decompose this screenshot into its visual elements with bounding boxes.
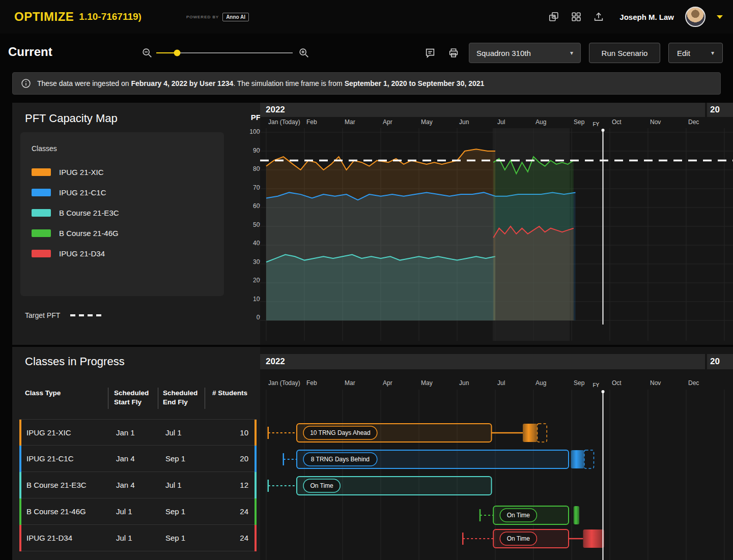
target-pft-row: Target PFT	[25, 311, 102, 319]
table-row-ipug-21-c1c[interactable]: IPUG 21-C1C Jan 4 Sep 1 20	[19, 446, 257, 472]
gantt-end-block-b-course-21-46g[interactable]	[574, 506, 579, 524]
banner-ingested-date: February 4, 2022 by User 1234	[131, 79, 233, 87]
run-scenario-button[interactable]: Run Scenario	[589, 43, 660, 63]
zoom-slider[interactable]	[156, 43, 293, 63]
zoom-out-icon[interactable]	[142, 47, 153, 58]
y-axis-tick: 50%	[225, 222, 265, 228]
month-label: Oct	[612, 379, 622, 387]
column-header-students: # Students	[212, 389, 258, 398]
legend-item-ipug-21-c1c[interactable]: IPUG 21-C1C	[32, 187, 106, 198]
row-color-bar	[255, 446, 257, 472]
legend-swatch	[32, 168, 51, 176]
students-cell: 20	[240, 446, 248, 472]
table-row-b-course-21-46g[interactable]: B Course 21-46G Jul 1 Sep 1 24	[19, 498, 257, 525]
y-axis-tick: 70%	[225, 185, 265, 191]
row-color-bar	[255, 472, 257, 498]
column-header-end-fly: Scheduled End Fly	[163, 389, 204, 407]
month-label: Dec	[688, 379, 699, 387]
row-color-bar	[19, 472, 21, 498]
legend-swatch	[32, 229, 51, 237]
upload-icon[interactable]	[593, 11, 604, 22]
y-axis-tick: 90%	[225, 148, 265, 154]
students-cell: 24	[240, 498, 248, 525]
legend-title: Classes	[32, 144, 57, 153]
header-divider	[108, 388, 108, 409]
row-color-bar	[255, 498, 257, 525]
table-row-b-course-21-e3c[interactable]: B Course 21-E3C Jan 4 Jul 1 12	[19, 472, 257, 498]
comment-icon[interactable]	[425, 47, 436, 58]
status-pill-label: On Time	[507, 512, 530, 519]
row-color-bar	[255, 420, 257, 446]
user-menu-chevron-icon[interactable]	[717, 15, 723, 19]
status-pill-label: On Time	[310, 482, 333, 489]
end-fly-cell: Sep 1	[165, 446, 185, 472]
class-type-cell: B Course 21-E3C	[26, 472, 87, 498]
app-version: 1.10-7167119)	[79, 11, 142, 22]
squadron-select[interactable]: Squadron 310th ▾	[469, 43, 581, 63]
month-label: Feb	[306, 119, 317, 126]
y-axis-tick: 100%	[225, 129, 265, 135]
students-cell: 24	[240, 525, 248, 551]
header-divider	[205, 388, 205, 409]
zoom-in-icon[interactable]	[298, 47, 309, 58]
month-label: Mar	[345, 379, 355, 387]
class-type-cell: B Course 21-46G	[26, 498, 86, 525]
user-name: Joseph M. Law	[619, 13, 674, 21]
month-label: May	[421, 119, 433, 126]
legend-swatch	[32, 189, 51, 196]
gantt-end-block-ipug-21-c1c[interactable]	[571, 450, 584, 468]
column-header-class-type: Class Type	[25, 389, 101, 398]
class-type-cell: IPUG 21-D34	[26, 525, 72, 551]
edit-chevron-down-icon: ▾	[711, 50, 714, 56]
table-row-ipug-21-xic[interactable]: IPUG 21-XIC Jan 1 Jul 1 10	[19, 419, 257, 446]
legend-item-ipug-21-d34[interactable]: IPUG 21-D34	[32, 248, 105, 259]
legend-item-b-course-21-e3c[interactable]: B Course 21-E3C	[32, 207, 119, 218]
month-label: Aug	[535, 379, 546, 387]
gantt-end-block-ipug-21-xic[interactable]	[523, 424, 538, 442]
pft-line-chart[interactable]: Jan (Today)FebMarAprMayJunJulAugSepOctNo…	[260, 117, 733, 345]
year-band-divider	[705, 354, 707, 369]
header-divider	[158, 388, 158, 409]
app-header: OPTIMIZE 1.10-7167119) POWERED BY Anno A…	[0, 0, 733, 34]
row-color-bar	[19, 525, 21, 551]
month-label: Nov	[650, 379, 661, 387]
month-label: Aug	[535, 119, 546, 126]
legend-label: IPUG 21-D34	[59, 249, 105, 258]
squadron-select-value: Squadron 310th	[476, 49, 531, 57]
timeline-year-band: 2022 20	[260, 354, 733, 369]
month-label: Jun	[459, 119, 469, 126]
table-row-ipug-21-d34[interactable]: IPUG 21-D34 Jul 1 Sep 1 24	[19, 525, 257, 551]
gantt-shift-outline	[584, 450, 594, 468]
info-icon	[21, 78, 31, 89]
series-area	[266, 255, 495, 321]
powered-by: POWERED BY Anno AI	[186, 13, 249, 21]
gantt-end-block-ipug-21-d34[interactable]	[583, 529, 604, 548]
legend-label: IPUG 21-C1C	[59, 188, 106, 197]
classes-gantt-chart[interactable]: Jan (Today)FebMarAprMayJunJulAugSepOctNo…	[260, 369, 733, 560]
banner-text-prefix: These data were ingested on	[37, 79, 131, 87]
target-pft-dash-sample	[70, 314, 102, 316]
month-label: Jan (Today)	[268, 119, 300, 126]
edit-button[interactable]: Edit ▾	[668, 43, 723, 63]
month-label: Sep	[574, 379, 585, 387]
fy-line-dot	[602, 129, 605, 132]
banner-timeframe: September 1, 2020 to September 30, 2021	[345, 79, 485, 87]
legend-swatch	[32, 250, 51, 257]
legend-label: B Course 21-46G	[59, 229, 119, 238]
month-label: Apr	[383, 379, 392, 387]
print-icon[interactable]	[448, 47, 459, 58]
column-header-start-fly: Scheduled Start Fly	[114, 389, 156, 407]
zoom-slider-knob[interactable]	[174, 50, 181, 56]
fy-line-dot	[602, 390, 605, 393]
month-label: Apr	[383, 119, 392, 126]
legend-label: IPUG 21-XIC	[59, 168, 104, 176]
legend-item-b-course-21-46g[interactable]: B Course 21-46G	[32, 227, 119, 239]
row-color-bar	[19, 420, 21, 446]
avatar[interactable]	[685, 7, 706, 27]
classes-in-progress-section: Classes in Progress Class Type Scheduled…	[0, 347, 733, 560]
grid-apps-icon[interactable]	[571, 11, 582, 22]
pft-line-chart-area: 2022 20 Jan (Today)FebMarAprMayJunJulAug…	[260, 103, 733, 345]
open-windows-icon[interactable]	[548, 11, 559, 22]
legend-item-ipug-21-xic[interactable]: IPUG 21-XIC	[32, 166, 104, 178]
start-fly-cell: Jul 1	[116, 498, 132, 525]
